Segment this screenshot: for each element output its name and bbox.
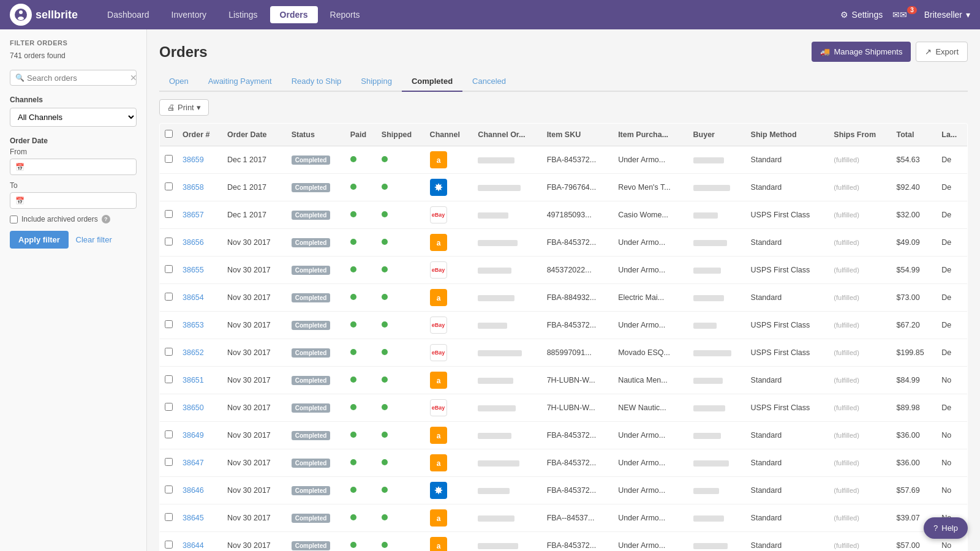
- row-checkbox-cell[interactable]: [160, 449, 178, 477]
- settings-link[interactable]: Settings: [840, 10, 883, 20]
- export-icon: ↗: [925, 47, 932, 56]
- order-link[interactable]: 38654: [183, 293, 204, 302]
- nav-reports[interactable]: Reports: [320, 6, 370, 23]
- table-row: 38649 Nov 30 2017 Completed a FBA-845372…: [160, 422, 968, 449]
- shipped-indicator: [382, 432, 388, 438]
- row-checkbox[interactable]: [165, 238, 173, 246]
- row-checkbox-cell[interactable]: [160, 312, 178, 339]
- search-input[interactable]: [27, 73, 130, 83]
- row-checkbox[interactable]: [165, 320, 173, 328]
- user-menu[interactable]: ✉ 3 Briteseller: [892, 10, 970, 20]
- order-link[interactable]: 38650: [183, 403, 204, 412]
- main-header: Orders 🚚 Manage Shipments ↗ Export: [159, 42, 968, 62]
- settings-label: Settings: [852, 10, 883, 20]
- nav-listings[interactable]: Listings: [219, 6, 267, 23]
- order-link[interactable]: 38651: [183, 376, 204, 384]
- row-checkbox-cell[interactable]: [160, 284, 178, 312]
- shipped-cell: [377, 394, 425, 422]
- row-checkbox[interactable]: [165, 293, 173, 301]
- help-button[interactable]: ? Help: [924, 517, 968, 539]
- from-date-input[interactable]: [28, 162, 131, 171]
- order-link[interactable]: 38659: [183, 156, 204, 164]
- order-date-cell: Nov 30 2017: [222, 532, 287, 552]
- tab-canceled[interactable]: Canceled: [462, 72, 516, 92]
- row-checkbox[interactable]: [165, 485, 173, 493]
- to-date-input[interactable]: [28, 196, 131, 205]
- row-checkbox[interactable]: [165, 513, 173, 521]
- logo: sellbrite: [10, 4, 78, 26]
- col-ships-from: Ships From: [829, 124, 891, 146]
- select-all-checkbox[interactable]: [165, 130, 173, 138]
- tab-completed[interactable]: Completed: [402, 72, 462, 92]
- search-clear-icon[interactable]: ✕: [130, 73, 137, 83]
- order-link[interactable]: 38652: [183, 348, 204, 357]
- row-checkbox[interactable]: [165, 210, 173, 218]
- nav-inventory[interactable]: Inventory: [162, 6, 217, 23]
- col-item-purchase: Item Purcha...: [613, 124, 688, 146]
- order-date-cell: Nov 30 2017: [222, 477, 287, 504]
- row-checkbox-cell[interactable]: [160, 532, 178, 552]
- channel-order-cell: [473, 367, 541, 394]
- order-link[interactable]: 38658: [183, 183, 204, 192]
- order-link[interactable]: 38644: [183, 541, 204, 550]
- row-checkbox-cell[interactable]: [160, 201, 178, 229]
- last-cell: De: [937, 284, 967, 312]
- tab-awaiting-payment[interactable]: Awaiting Payment: [198, 72, 282, 92]
- row-checkbox[interactable]: [165, 541, 173, 549]
- print-button[interactable]: 🖨 Print ▾: [159, 99, 209, 116]
- col-order-num: Order #: [178, 124, 222, 146]
- order-link[interactable]: 38656: [183, 238, 204, 247]
- row-checkbox[interactable]: [165, 348, 173, 356]
- row-checkbox[interactable]: [165, 458, 173, 466]
- svg-point-2: [18, 17, 24, 20]
- ship-method-cell: Standard: [746, 532, 829, 552]
- clear-filter-button[interactable]: Clear filter: [76, 235, 112, 244]
- archived-checkbox[interactable]: [10, 216, 18, 223]
- nav-links: Dashboard Inventory Listings Orders Repo…: [97, 6, 840, 23]
- order-link[interactable]: 38645: [183, 514, 204, 522]
- info-icon[interactable]: ?: [102, 215, 110, 223]
- svg-text:a: a: [436, 239, 440, 247]
- order-number-cell: 38649: [178, 422, 222, 449]
- manage-shipments-button[interactable]: 🚚 Manage Shipments: [812, 42, 911, 62]
- order-link[interactable]: 38657: [183, 211, 204, 219]
- row-checkbox-cell[interactable]: [160, 422, 178, 449]
- row-checkbox-cell[interactable]: [160, 339, 178, 367]
- row-checkbox-cell[interactable]: [160, 367, 178, 394]
- tab-shipping[interactable]: Shipping: [351, 72, 402, 92]
- row-checkbox-cell[interactable]: [160, 477, 178, 504]
- order-link[interactable]: 38649: [183, 431, 204, 440]
- row-checkbox[interactable]: [165, 182, 173, 190]
- order-link[interactable]: 38646: [183, 486, 204, 495]
- export-button[interactable]: ↗ Export: [916, 42, 968, 62]
- row-checkbox[interactable]: [165, 155, 173, 163]
- row-checkbox-cell[interactable]: [160, 146, 178, 174]
- row-checkbox-cell[interactable]: [160, 394, 178, 422]
- nav-dashboard[interactable]: Dashboard: [97, 6, 159, 23]
- row-checkbox-cell[interactable]: [160, 229, 178, 257]
- row-checkbox-cell[interactable]: [160, 257, 178, 284]
- order-link[interactable]: 38647: [183, 459, 204, 467]
- total-cell: $92.40: [892, 174, 937, 201]
- status-cell: Completed: [287, 284, 345, 312]
- buyer-blurred: [693, 157, 724, 163]
- row-checkbox[interactable]: [165, 265, 173, 273]
- apply-filter-button[interactable]: Apply filter: [10, 231, 69, 249]
- status-badge: Completed: [292, 348, 331, 358]
- row-checkbox[interactable]: [165, 375, 173, 383]
- table-row: 38658 Dec 1 2017 Completed ✸ FBA-796764.…: [160, 174, 968, 201]
- order-link[interactable]: 38655: [183, 266, 204, 274]
- order-link[interactable]: 38653: [183, 321, 204, 329]
- nav-orders[interactable]: Orders: [270, 6, 318, 23]
- tab-open[interactable]: Open: [159, 72, 198, 92]
- status-cell: Completed: [287, 229, 345, 257]
- row-checkbox[interactable]: [165, 430, 173, 438]
- row-checkbox-cell[interactable]: [160, 174, 178, 201]
- row-checkbox-cell[interactable]: [160, 504, 178, 532]
- sku-cell: FBA-845372...: [542, 449, 614, 477]
- channel-select[interactable]: All Channels: [10, 108, 137, 127]
- tab-ready-to-ship[interactable]: Ready to Ship: [282, 72, 352, 92]
- row-checkbox[interactable]: [165, 403, 173, 411]
- truck-icon: 🚚: [820, 47, 830, 56]
- col-select-all[interactable]: [160, 124, 178, 146]
